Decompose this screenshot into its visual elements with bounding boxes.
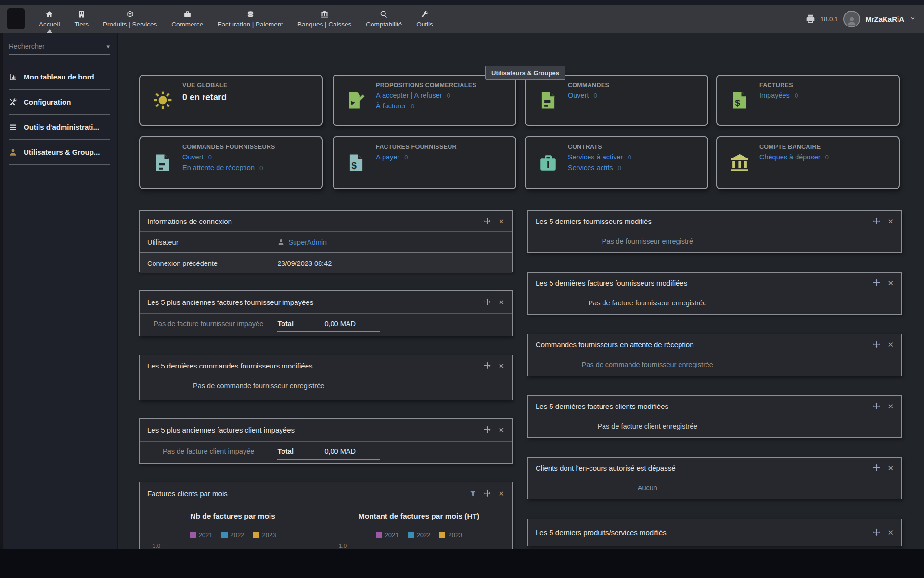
caret-down-icon[interactable]: ▾	[106, 43, 110, 50]
move-icon[interactable]	[873, 402, 881, 410]
kpi-link[interactable]: Chèques à déposer0	[759, 153, 894, 161]
move-icon[interactable]	[873, 341, 881, 349]
move-icon[interactable]	[873, 279, 881, 287]
document-lines-icon	[153, 153, 173, 173]
close-icon[interactable]: ✕	[887, 464, 894, 472]
kpi-link[interactable]: Ouvert0	[182, 153, 317, 161]
sidebar-item-label: Configuration	[24, 98, 71, 106]
menu-label: Accueil	[39, 21, 60, 28]
sidebar-item-configuration[interactable]: Configuration	[9, 90, 110, 115]
superadmin-link[interactable]: SuperAdmin	[288, 238, 327, 246]
kpi-link[interactable]: Services actifs0	[568, 164, 703, 171]
total-row: Pas de facture client impayée Total 0,00…	[140, 441, 512, 463]
left-sidebar: Rechercher ▾ Mon tableau de bord Configu…	[0, 33, 118, 549]
kpi-title: COMPTE BANCAIRE	[759, 144, 894, 150]
menu-label: Facturation | Paiement	[218, 21, 283, 28]
close-icon[interactable]: ✕	[887, 279, 894, 287]
empty-state: Pas de facture fournisseur enregistrée	[528, 299, 767, 307]
filter-icon[interactable]	[469, 490, 476, 497]
y-axis-tick: 1.0	[153, 543, 326, 549]
table-row: Connexion précédente 23/09/2023 08:42	[140, 252, 512, 273]
user-avatar[interactable]	[843, 11, 860, 27]
menu-banques-caisses[interactable]: Banques | Caisses	[290, 5, 359, 33]
legend-item: 2022	[221, 531, 244, 539]
close-icon[interactable]: ✕	[887, 403, 894, 410]
close-icon[interactable]: ✕	[498, 299, 504, 306]
move-icon[interactable]	[483, 489, 491, 498]
move-icon[interactable]	[483, 217, 491, 225]
kpi-count[interactable]: 0	[411, 103, 415, 110]
menu-comptabilite[interactable]: Comptabilité	[359, 5, 409, 33]
kpi-count[interactable]: 0	[404, 154, 408, 161]
close-icon[interactable]: ✕	[887, 341, 894, 348]
close-icon[interactable]: ✕	[498, 426, 504, 434]
kpi-title: FACTURES	[759, 82, 894, 89]
kpi-link[interactable]: À facturer0	[376, 102, 511, 110]
kpi-count[interactable]: 0	[208, 154, 212, 161]
search-input[interactable]: Rechercher ▾	[9, 42, 110, 55]
chevron-down-icon[interactable]	[910, 15, 916, 22]
move-icon[interactable]	[873, 464, 881, 472]
widget-title: Les 5 dernières factures clients modifié…	[536, 402, 668, 410]
kpi-count[interactable]: 0	[259, 164, 263, 171]
menu-facturation-paiement[interactable]: Facturation | Paiement	[210, 5, 290, 33]
move-icon[interactable]	[873, 528, 881, 537]
menu-label: Tiers	[75, 21, 89, 28]
widget-title: Les 5 plus anciennes factures fournisseu…	[147, 298, 313, 306]
printer-icon[interactable]	[806, 14, 815, 24]
sidebar-item-utilisateurs-groupes[interactable]: Utilisateurs & Group...	[9, 140, 110, 165]
widget-factures-client-impayees: Les 5 plus anciennes factures client imp…	[139, 418, 513, 464]
app-logo[interactable]	[7, 8, 25, 29]
person-icon	[277, 238, 285, 246]
widget-title: Commandes fournisseurs en attente de réc…	[536, 341, 694, 349]
close-icon[interactable]: ✕	[498, 490, 504, 497]
chart-legend: 2021 2022 2023	[140, 531, 326, 539]
kpi-link[interactable]: A accepter | A refuser0	[376, 92, 511, 99]
kpi-count[interactable]: 0	[594, 92, 598, 99]
menu-label: Produits | Services	[103, 21, 157, 28]
kpi-link[interactable]: Ouvert0	[568, 92, 703, 99]
widget-commandes-attente-reception: Commandes fournisseurs en attente de réc…	[527, 334, 902, 376]
row-underline	[277, 331, 380, 332]
kpi-count[interactable]: 0	[825, 154, 829, 161]
kpi-link[interactable]: Services à activer0	[568, 153, 703, 161]
logo-m-icon	[10, 12, 22, 26]
sidebar-item-outils-administration[interactable]: Outils d'administrati...	[9, 115, 110, 140]
menu-accueil[interactable]: Accueil	[32, 5, 67, 33]
menu-commerce[interactable]: Commerce	[164, 5, 210, 33]
kpi-count[interactable]: 0	[447, 92, 451, 99]
widget-derniers-fournisseurs: Les 5 derniers fournisseurs modifiés ✕ P…	[527, 210, 902, 253]
kpi-count[interactable]: 0	[628, 154, 631, 161]
kpi-count[interactable]: 0	[795, 92, 798, 99]
menu-label: Banques | Caisses	[297, 21, 351, 28]
legend-item: 2023	[439, 531, 462, 539]
empty-state: Pas de fournisseur enregistré	[528, 237, 767, 245]
sidebar-item-label: Utilisateurs & Group...	[24, 148, 100, 156]
document-dollar-icon	[730, 90, 750, 110]
move-icon[interactable]	[873, 217, 881, 225]
move-icon[interactable]	[483, 426, 491, 434]
chart-nb-factures: Nb de factures par mois 2021 2022 2023 1…	[140, 504, 326, 549]
move-icon[interactable]	[483, 362, 491, 370]
menu-outils[interactable]: Outils	[409, 5, 440, 33]
username[interactable]: MrZaKaRiA	[865, 15, 904, 23]
widget-clients-encours-depasse: Clients dont l'en-cours autorisé est dép…	[527, 457, 902, 499]
move-icon[interactable]	[483, 298, 491, 306]
kpi-link[interactable]: Impayées0	[759, 92, 894, 99]
widget-factures-fournisseur-impayees: Les 5 plus anciennes factures fournisseu…	[139, 290, 513, 336]
cube-icon	[126, 10, 134, 18]
menu-tiers[interactable]: Tiers	[67, 5, 96, 33]
kpi-count[interactable]: 0	[617, 164, 621, 171]
legend-item: 2023	[253, 531, 276, 539]
menu-produits-services[interactable]: Produits | Services	[96, 5, 164, 33]
sidebar-item-tableau-de-bord[interactable]: Mon tableau de bord	[9, 65, 110, 90]
bank-icon	[321, 10, 329, 18]
kpi-link[interactable]: En attente de réception0	[182, 164, 317, 171]
close-icon[interactable]: ✕	[887, 218, 894, 225]
close-icon[interactable]: ✕	[498, 362, 504, 369]
total-value: 0,00 MAD	[322, 320, 356, 328]
kpi-link[interactable]: A payer0	[376, 153, 511, 161]
close-icon[interactable]: ✕	[887, 529, 894, 536]
close-icon[interactable]: ✕	[498, 218, 504, 225]
sun-icon	[153, 90, 173, 110]
